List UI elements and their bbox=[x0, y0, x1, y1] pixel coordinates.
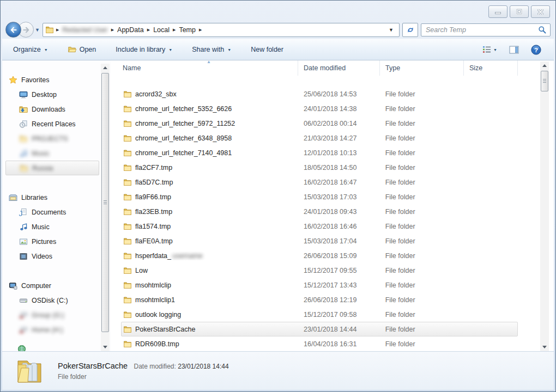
sidebar-item-pictures[interactable]: Pictures bbox=[2, 234, 111, 249]
sidebar-scroll-thumb[interactable] bbox=[101, 73, 109, 332]
folder-icon bbox=[123, 178, 132, 187]
change-view-button[interactable]: ▼ bbox=[480, 43, 500, 56]
list-scroll-up-icon[interactable] bbox=[540, 62, 549, 70]
preview-pane-icon bbox=[509, 46, 519, 54]
back-button[interactable] bbox=[5, 22, 21, 38]
sidebar-scrollbar[interactable] bbox=[101, 64, 110, 351]
search-box[interactable] bbox=[421, 23, 551, 36]
table-row[interactable]: acrord32_sbx25/06/2018 14:53File folder bbox=[121, 87, 518, 101]
table-row[interactable]: Low15/12/2017 09:55File folder bbox=[121, 263, 518, 278]
table-row[interactable]: chrome_url_fetcher_5352_662624/01/2018 1… bbox=[121, 101, 518, 116]
toolbar-button-share-with[interactable]: Share with▼ bbox=[186, 43, 237, 56]
sidebar-section-favorites[interactable]: Favorites bbox=[2, 72, 111, 87]
column-label: Type bbox=[385, 64, 400, 72]
recent-pages-caret-icon[interactable]: ▼ bbox=[35, 27, 40, 33]
table-row[interactable]: RDR609B.tmp16/04/2018 16:31File folder bbox=[121, 336, 518, 351]
list-scroll-down-icon[interactable] bbox=[540, 343, 549, 351]
column-header-type[interactable]: Type bbox=[380, 60, 464, 76]
row-date-cell: 24/01/2018 09:43 bbox=[298, 208, 380, 216]
breadcrumb-item[interactable]: Local bbox=[151, 25, 172, 35]
sidebar-item-music[interactable]: Music bbox=[2, 219, 111, 234]
breadcrumb-item[interactable]: Redacted User bbox=[60, 25, 110, 35]
close-icon bbox=[537, 9, 543, 15]
sidebar-item-group-g-[interactable]: Group (G:) bbox=[2, 308, 111, 322]
folder-icon bbox=[123, 222, 132, 231]
breadcrumb-separator-icon: ▶ bbox=[172, 28, 177, 32]
recent-icon bbox=[19, 120, 28, 128]
address-bar[interactable]: ▶Redacted User▶AppData▶Local▶Temp▶ ▼ bbox=[43, 23, 400, 37]
table-row[interactable]: msohtmlclip126/06/2018 12:19File folder bbox=[121, 292, 518, 307]
toolbar-button-include-in-library[interactable]: Include in library▼ bbox=[110, 43, 178, 56]
row-date-cell: 15/12/2017 09:55 bbox=[298, 267, 380, 274]
star-icon bbox=[9, 76, 17, 84]
open-folder-icon bbox=[68, 45, 76, 54]
row-name-cell: chrome_url_fetcher_5352_6626 bbox=[122, 105, 298, 113]
sidebar-item-downloads[interactable]: Downloads bbox=[2, 102, 111, 117]
close-button[interactable] bbox=[531, 5, 550, 18]
column-header-name[interactable]: ▲ Name bbox=[121, 60, 298, 76]
sidebar-section-computer[interactable]: Computer bbox=[2, 278, 111, 293]
sidebar-item-documents[interactable]: Documents bbox=[2, 205, 111, 219]
table-row[interactable]: fla9F66.tmp15/03/2018 17:03File folder bbox=[121, 189, 518, 204]
sidebar-item-videos[interactable]: Videos bbox=[2, 249, 111, 264]
preview-pane-button[interactable] bbox=[506, 44, 522, 56]
minimize-button[interactable] bbox=[488, 5, 507, 18]
sidebar-item-label: Documents bbox=[32, 209, 66, 216]
table-row[interactable]: fla1574.tmp16/02/2018 16:46File folder bbox=[121, 219, 518, 234]
row-name-cell: msohtmlclip1 bbox=[122, 296, 298, 304]
network-icon bbox=[17, 345, 26, 351]
file-name: hsperfdata_ bbox=[135, 252, 171, 260]
table-row[interactable]: fla23EB.tmp24/01/2018 09:43File folder bbox=[121, 204, 518, 219]
sidebar-section-libraries[interactable]: Libraries bbox=[2, 190, 111, 205]
refresh-button[interactable] bbox=[402, 23, 418, 37]
table-row[interactable]: outlook logging15/12/2017 09:58File fold… bbox=[121, 307, 518, 322]
table-row[interactable]: fla2CF7.tmp18/05/2018 14:50File folder bbox=[121, 160, 518, 175]
sidebar-item-osdisk-c-[interactable]: OSDisk (C:) bbox=[2, 293, 111, 308]
file-name: PokerStarsBrCache bbox=[135, 326, 195, 333]
file-name: fla23EB.tmp bbox=[135, 208, 172, 216]
breadcrumb-item[interactable]: AppData bbox=[115, 25, 146, 35]
sidebar-section-label: Computer bbox=[21, 282, 51, 290]
sidebar-item-recent-places[interactable]: Recent Places bbox=[2, 117, 111, 131]
file-name: acrord32_sbx bbox=[135, 90, 177, 98]
sidebar-item-home-h-[interactable]: Home (H:) bbox=[2, 322, 111, 337]
sidebar-scroll-down-icon[interactable] bbox=[101, 343, 110, 351]
row-name-cell: fla23EB.tmp bbox=[122, 207, 298, 216]
list-scroll-thumb[interactable] bbox=[541, 71, 548, 91]
folder-icon bbox=[123, 237, 132, 246]
sidebar-item-projects[interactable]: PROJECTS bbox=[2, 131, 111, 146]
title-bar[interactable] bbox=[2, 1, 554, 21]
table-row[interactable]: chrome_url_fetcher_6348_895821/03/2018 1… bbox=[121, 131, 518, 145]
address-dropdown-icon[interactable]: ▼ bbox=[385, 27, 397, 33]
music-icon bbox=[19, 223, 28, 231]
table-row[interactable]: chrome_url_fetcher_7140_498112/01/2018 1… bbox=[121, 145, 518, 160]
toolbar-button-open[interactable]: Open bbox=[62, 42, 102, 57]
toolbar-button-new-folder[interactable]: New folder bbox=[245, 43, 289, 56]
search-input[interactable] bbox=[425, 26, 538, 34]
search-icon[interactable] bbox=[538, 26, 547, 34]
row-type-cell: File folder bbox=[380, 340, 464, 348]
breadcrumb-item[interactable]: Temp bbox=[177, 25, 198, 35]
table-row[interactable]: flaFE0A.tmp15/03/2018 17:04File folder bbox=[121, 234, 518, 248]
toolbar-button-organize[interactable]: Organize▼ bbox=[8, 43, 53, 56]
sidebar-item-label: Group (G:) bbox=[32, 311, 64, 319]
maximize-button[interactable] bbox=[510, 5, 529, 18]
table-row[interactable]: msohtmlclip15/12/2017 13:43File folder bbox=[121, 278, 518, 292]
column-header-date-modified[interactable]: Date modified bbox=[298, 60, 380, 76]
row-name-cell: flaFE0A.tmp bbox=[122, 237, 298, 246]
table-row[interactable]: fla5D7C.tmp16/02/2018 16:47File folder bbox=[121, 175, 518, 189]
row-type-cell: File folder bbox=[380, 134, 464, 142]
table-row[interactable]: chrome_url_fetcher_5972_1125206/02/2018 … bbox=[121, 116, 518, 131]
file-name: msohtmlclip bbox=[135, 281, 171, 289]
sidebar-item-russia[interactable]: Russia bbox=[5, 161, 99, 175]
column-header-size[interactable]: Size bbox=[464, 60, 518, 76]
table-row[interactable]: hsperfdata_username26/06/2018 15:09File … bbox=[121, 248, 518, 263]
help-button[interactable]: ? bbox=[528, 42, 544, 57]
list-scrollbar[interactable] bbox=[540, 62, 549, 351]
row-date-cell: 16/02/2018 16:46 bbox=[298, 223, 380, 230]
sidebar-scroll-up-icon[interactable] bbox=[101, 64, 110, 72]
sidebar-item-music[interactable]: Music bbox=[2, 146, 111, 161]
table-row[interactable]: PokerStarsBrCache23/01/2018 14:44File fo… bbox=[121, 322, 518, 336]
sidebar-item-desktop[interactable]: Desktop bbox=[2, 87, 111, 102]
forward-arrow-icon bbox=[22, 26, 31, 34]
